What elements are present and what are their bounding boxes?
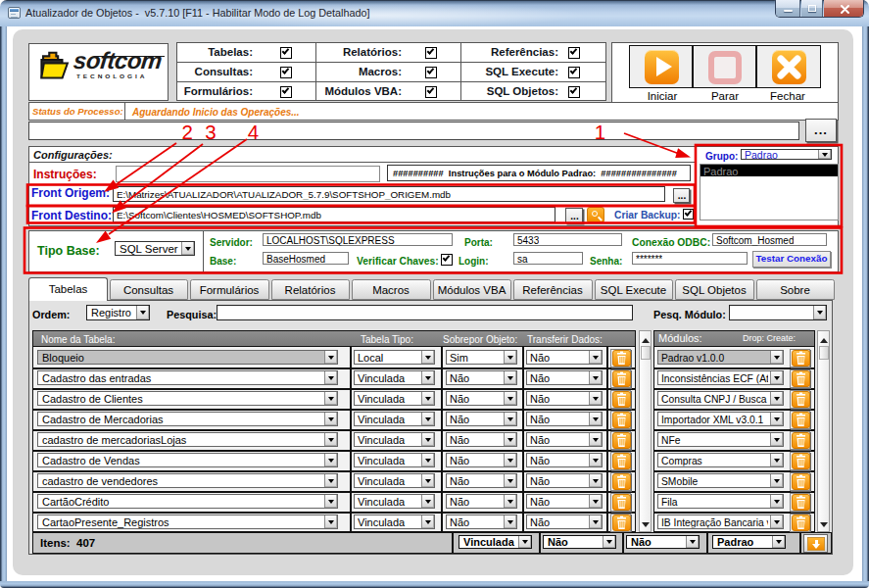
svg-text:3: 3 xyxy=(205,121,216,143)
svg-text:1: 1 xyxy=(595,121,605,143)
svg-text:4: 4 xyxy=(248,121,259,143)
svg-text:2: 2 xyxy=(181,121,192,143)
